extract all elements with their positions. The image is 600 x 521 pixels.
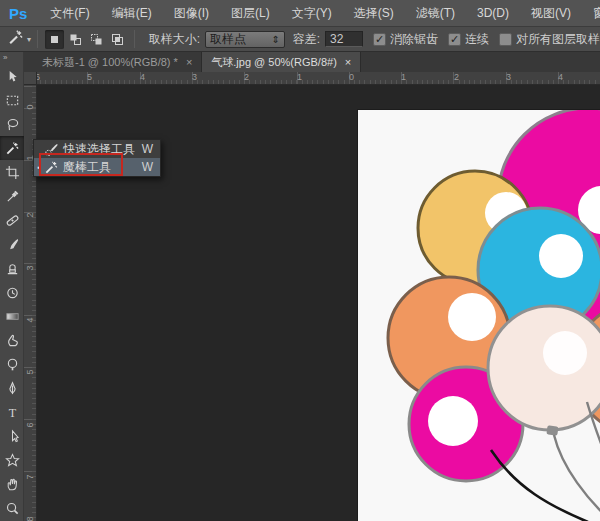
subtract-from-selection-button[interactable] xyxy=(87,30,106,49)
menu-edit[interactable]: 编辑(E) xyxy=(101,5,163,22)
chevron-down-icon: ▾ xyxy=(27,35,31,44)
menu-image[interactable]: 图像(I) xyxy=(163,5,220,22)
menu-view[interactable]: 视图(V) xyxy=(520,5,582,22)
move-tool[interactable] xyxy=(0,64,24,88)
ruler-number: 4 xyxy=(140,72,145,82)
ruler-number: 0 xyxy=(349,72,354,82)
ruler-origin-corner[interactable] xyxy=(24,72,37,85)
menu-bar: Ps 文件(F) 编辑(E) 图像(I) 图层(L) 文字(Y) 选择(S) 滤… xyxy=(0,0,600,27)
sample-all-layers-checkbox[interactable] xyxy=(499,33,512,46)
document-canvas[interactable] xyxy=(358,110,600,521)
zoom-tool[interactable] xyxy=(0,496,24,520)
tab-title: 气球.jpg @ 50%(RGB/8#) xyxy=(211,55,337,70)
separator xyxy=(134,30,135,48)
close-icon[interactable]: × xyxy=(186,56,192,68)
document-tab-bar: 未标题-1 @ 100%(RGB/8) * × 气球.jpg @ 50%(RGB… xyxy=(24,52,600,72)
photoshop-window: Ps 文件(F) 编辑(E) 图像(I) 图层(L) 文字(Y) 选择(S) 滤… xyxy=(0,0,600,521)
svg-text:T: T xyxy=(8,405,16,419)
spot-healing-brush-tool[interactable] xyxy=(0,208,24,232)
hand-tool[interactable] xyxy=(0,472,24,496)
clone-stamp-tool[interactable] xyxy=(0,256,24,280)
brush-tool[interactable] xyxy=(0,232,24,256)
contiguous-label: 连续 xyxy=(465,31,489,48)
balloons-image xyxy=(358,110,600,521)
tab-balloon-jpg[interactable]: 气球.jpg @ 50%(RGB/8#) × xyxy=(202,52,361,72)
quick-selection-icon xyxy=(43,142,60,157)
sample-size-label: 取样大小: xyxy=(149,31,200,48)
ruler-number: 1 xyxy=(297,72,302,82)
ruler-number: 4 xyxy=(25,315,35,325)
tolerance-label: 容差: xyxy=(293,31,320,48)
ruler-number: 7 xyxy=(25,472,35,482)
menu-layer[interactable]: 图层(L) xyxy=(220,5,281,22)
anti-alias-checkbox[interactable]: ✓ xyxy=(373,33,386,46)
updown-arrows-icon: ⇕ xyxy=(271,34,279,45)
flyout-item-label: 快速选择工具 xyxy=(63,141,142,158)
tool-preset-picker[interactable]: ▾ xyxy=(7,29,31,49)
photoshop-logo: Ps xyxy=(9,5,27,22)
ruler-number: 8 xyxy=(25,514,35,521)
ruler-number: 3 xyxy=(506,72,511,82)
ruler-number: 3 xyxy=(25,263,35,273)
contiguous-checkbox[interactable]: ✓ xyxy=(448,33,461,46)
custom-shape-tool[interactable] xyxy=(0,448,24,472)
ruler-number: 6 xyxy=(25,420,35,430)
menu-select[interactable]: 选择(S) xyxy=(343,5,405,22)
flyout-item-magic-wand[interactable]: ▪ 魔棒工具 W xyxy=(34,158,160,176)
sample-size-value: 取样点 xyxy=(210,31,271,48)
pen-tool[interactable] xyxy=(0,376,24,400)
ruler-number: 5 xyxy=(87,72,92,82)
collapse-panel-button[interactable]: » xyxy=(0,52,23,64)
intersect-selection-button[interactable] xyxy=(108,30,127,49)
horizontal-ruler[interactable]: 6 5 4 3 2 1 0 1 2 3 4 xyxy=(24,72,600,85)
current-tool-bullet: ▪ xyxy=(35,163,43,172)
flyout-item-quick-selection[interactable]: 快速选择工具 W xyxy=(34,140,160,158)
magic-wand-tool[interactable] xyxy=(0,136,24,160)
smudge-tool[interactable] xyxy=(0,328,24,352)
dodge-tool[interactable] xyxy=(0,352,24,376)
ruler-number: 5 xyxy=(25,367,35,377)
path-selection-tool[interactable] xyxy=(0,424,24,448)
gradient-tool[interactable] xyxy=(0,304,24,328)
sample-size-dropdown[interactable]: 取样点 ⇕ xyxy=(205,31,285,48)
tool-options-bar: ▾ 取样大小: 取样点 ⇕ 容差: xyxy=(0,27,600,52)
menu-3d[interactable]: 3D(D) xyxy=(466,6,520,20)
ruler-number: 3 xyxy=(192,72,197,82)
type-tool[interactable]: T xyxy=(0,400,24,424)
ruler-number: 4 xyxy=(558,72,563,82)
magic-wand-flyout-menu: 快速选择工具 W ▪ 魔棒工具 W xyxy=(33,139,161,177)
shortcut-key: W xyxy=(142,142,153,156)
ruler-number: 1 xyxy=(401,72,406,82)
history-brush-tool[interactable] xyxy=(0,280,24,304)
tab-title: 未标题-1 @ 100%(RGB/8) * xyxy=(42,55,178,70)
tolerance-input[interactable] xyxy=(325,31,363,47)
ruler-number: 2 xyxy=(244,72,249,82)
ruler-number: 2 xyxy=(454,72,459,82)
ruler-number: 0 xyxy=(25,102,35,112)
magic-wand-icon xyxy=(43,160,60,175)
tab-untitled-1[interactable]: 未标题-1 @ 100%(RGB/8) * × xyxy=(33,52,202,72)
menu-file[interactable]: 文件(F) xyxy=(39,5,100,22)
menu-type[interactable]: 文字(Y) xyxy=(281,5,343,22)
rectangular-marquee-tool[interactable] xyxy=(0,88,24,112)
sample-all-layers-label: 对所有图层取样 xyxy=(516,31,600,48)
flyout-item-label: 魔棒工具 xyxy=(63,159,142,176)
shortcut-key: W xyxy=(142,160,153,174)
anti-alias-label: 消除锯齿 xyxy=(390,31,438,48)
add-to-selection-button[interactable] xyxy=(66,30,85,49)
magic-wand-icon xyxy=(7,29,24,49)
crop-tool[interactable] xyxy=(0,160,24,184)
lasso-tool[interactable] xyxy=(0,112,24,136)
tools-panel: » xyxy=(0,52,24,521)
menu-filter[interactable]: 滤镜(T) xyxy=(405,5,466,22)
close-icon[interactable]: × xyxy=(345,56,351,68)
ruler-number: 2 xyxy=(25,210,35,220)
menu-window[interactable]: 窗口(W) xyxy=(582,5,600,22)
separator xyxy=(37,30,38,48)
eyedropper-tool[interactable] xyxy=(0,184,24,208)
new-selection-button[interactable] xyxy=(45,30,64,49)
